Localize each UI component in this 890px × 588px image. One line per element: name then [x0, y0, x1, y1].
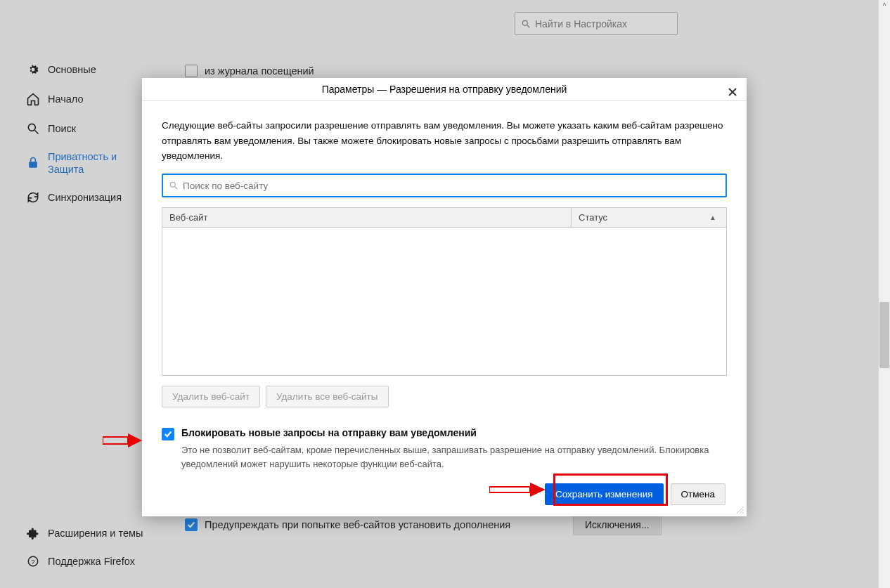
svg-line-10 — [175, 187, 178, 190]
site-search-input[interactable] — [183, 181, 720, 191]
block-new-section: Блокировать новые запросы на отправку ва… — [162, 427, 727, 471]
col-status[interactable]: Статус ▲ — [572, 208, 726, 227]
block-new-label: Блокировать новые запросы на отправку ва… — [181, 427, 477, 438]
dialog-body: Следующие веб-сайты запросили разрешение… — [142, 101, 747, 516]
dialog-titlebar: Параметры — Разрешения на отправку уведо… — [142, 78, 747, 101]
block-new-checkbox[interactable] — [162, 428, 174, 440]
dialog-footer: Сохранить изменения Отмена — [162, 483, 727, 505]
scroll-thumb[interactable] — [879, 302, 889, 368]
remove-all-sites-button[interactable]: Удалить все веб-сайты — [266, 386, 389, 407]
sites-table: Веб-сайт Статус ▲ — [162, 207, 727, 376]
dialog-close-button[interactable] — [721, 81, 744, 103]
table-header: Веб-сайт Статус ▲ — [162, 208, 726, 228]
dialog-description: Следующие веб-сайты запросили разрешение… — [162, 118, 727, 164]
resize-grip[interactable] — [735, 504, 744, 514]
table-actions: Удалить веб-сайт Удалить все веб-сайты — [162, 386, 727, 407]
svg-line-13 — [742, 512, 744, 514]
site-search[interactable] — [162, 174, 727, 197]
notifications-permissions-dialog: Параметры — Разрешения на отправку уведо… — [142, 78, 747, 516]
remove-site-button[interactable]: Удалить веб-сайт — [162, 386, 260, 407]
sort-indicator-icon: ▲ — [709, 214, 719, 221]
dialog-title: Параметры — Разрешения на отправку уведо… — [322, 84, 567, 95]
search-icon — [169, 181, 179, 190]
scroll-up-icon[interactable]: ^ — [879, 0, 890, 11]
svg-point-9 — [170, 182, 175, 187]
block-new-hint: Это не позволит веб-сайтам, кроме перечи… — [181, 443, 727, 471]
table-body — [162, 228, 726, 375]
page-scrollbar[interactable]: ^ — [879, 0, 890, 588]
cancel-button[interactable]: Отмена — [671, 483, 725, 505]
save-button[interactable]: Сохранить изменения — [545, 483, 664, 505]
col-website[interactable]: Веб-сайт — [162, 208, 572, 227]
